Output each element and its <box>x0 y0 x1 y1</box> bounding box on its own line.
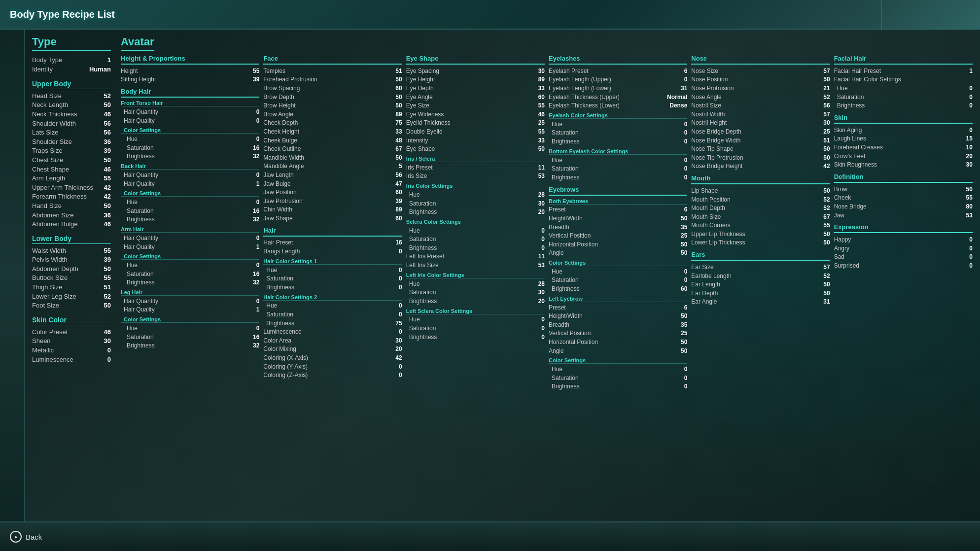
ears-header: Ears <box>691 251 830 261</box>
table-row: Mouth Position52 <box>691 195 830 204</box>
table-row: Upper Lip Thickness50 <box>691 230 830 239</box>
table-row: Forehead Protrusion50 <box>263 75 402 84</box>
page-title: Body Type Recipe List <box>10 9 115 20</box>
table-row: Jaw Shape60 <box>263 214 402 223</box>
table-row: Nose Protrusion21 <box>691 84 830 93</box>
side-panel <box>0 30 25 521</box>
lower-body-rows: Waist Width55Pelvis Width39Abdomen Depth… <box>32 246 111 310</box>
table-row: Bangs Length0 <box>263 247 402 256</box>
skin-rows: Skin Aging0Laugh Lines15Forehead Creases… <box>834 126 973 169</box>
table-row: Buttock Size55 <box>32 274 111 283</box>
table-row: Angry0 <box>834 244 973 253</box>
table-row: Ear Size57 <box>691 263 830 272</box>
eyelashes-header: Eyelashes <box>549 55 687 65</box>
table-row: Nose Bridge Depth25 <box>691 127 830 136</box>
table-row: Chest Shape46 <box>32 165 111 174</box>
front-color-sub: Color Settings <box>121 127 259 134</box>
table-row: Nose Bridge Height42 <box>691 162 830 171</box>
table-row: Nose Tip Shape50 <box>691 144 830 153</box>
table-row: Luminescence0 <box>32 355 111 364</box>
table-row: Foot Size50 <box>32 301 111 310</box>
table-row: Color Preset46 <box>32 327 111 337</box>
height-rows: Height55Sitting Height39 <box>121 67 259 84</box>
eye-shape-rows: Eye Spacing30Eye Height89Eye Depth33Eye … <box>406 67 545 153</box>
table-row: Temples51 <box>263 67 402 75</box>
table-row: Nose Position50 <box>691 75 830 84</box>
col-height-body-hair: Height & Proportions Height55Sitting Hei… <box>121 55 259 516</box>
table-row: Mouth Depth52 <box>691 204 830 212</box>
nose-header: Nose <box>691 55 830 65</box>
table-row: Nostril Height30 <box>691 119 830 128</box>
table-row: Cheek Outline67 <box>263 144 402 153</box>
table-row: Laugh Lines15 <box>834 135 973 143</box>
content-layout: Type Body Type 1 Identity Human Upper Bo… <box>0 30 980 521</box>
title-bar: Body Type Recipe List <box>0 0 980 30</box>
table-row: Nose Angle52 <box>691 93 830 102</box>
table-row: Nose Bridge80 <box>834 202 973 211</box>
body-type-label: Body Type <box>32 56 62 64</box>
table-row: Cheek Height33 <box>263 127 402 136</box>
expression-header: Expression <box>834 223 973 233</box>
expression-rows: Happy0Angry0Sad0Surprised0 <box>834 235 973 270</box>
skin-header: Skin <box>834 114 973 124</box>
table-row: Lats Size56 <box>32 128 111 137</box>
table-row: Cheek Depth75 <box>263 119 402 128</box>
front-quantity-row: Hair Quantity 0 <box>121 107 259 116</box>
hair-header: Hair <box>263 227 402 237</box>
definition-rows: Brow50Cheek55Nose Bridge80Jaw53 <box>834 185 973 219</box>
table-row: Jaw Position60 <box>263 188 402 197</box>
back-icon: ● <box>10 531 22 543</box>
table-row: Eye Wideness46 <box>406 110 545 119</box>
table-row: Eye Shape50 <box>406 144 545 153</box>
eyebrows-header: Eyebrows <box>549 186 687 196</box>
table-row: Nose Bridge Width51 <box>691 136 830 145</box>
avatar-panel: Avatar Height & Proportions Height55Sitt… <box>121 35 973 516</box>
table-row: Ear Angle31 <box>691 298 830 307</box>
top-right-decoration <box>881 0 980 30</box>
table-row: Eye Height89 <box>406 75 545 84</box>
table-row: Skin Aging0 <box>834 126 973 135</box>
eye-shape-header: Eye Shape <box>406 55 545 65</box>
table-row: Earlobe Length52 <box>691 272 830 280</box>
table-row: Ear Length50 <box>691 280 830 289</box>
table-row: Ear Depth50 <box>691 289 830 298</box>
face-header: Face <box>263 55 402 65</box>
table-row: Jaw Bulge47 <box>263 179 402 188</box>
table-row: Neck Thickness46 <box>32 109 111 119</box>
mouth-rows: Lip Shape50Mouth Position52Mouth Depth52… <box>691 186 830 247</box>
identity-label: Identity <box>32 66 53 73</box>
body-type-row: Body Type 1 <box>32 55 111 65</box>
table-row: Cheek55 <box>834 194 973 203</box>
back-hair-sub: Back Hair <box>121 163 259 170</box>
back-label: Back <box>26 533 42 541</box>
body-type-value: 1 <box>107 56 111 64</box>
table-row: Head Size52 <box>32 91 111 101</box>
skin-color-rows: Color Preset46Sheen30Metallic0Luminescen… <box>32 327 111 364</box>
col-nose-mouth-ears: Nose Nose Size57Nose Position50Nose Prot… <box>691 55 830 516</box>
col-eyelashes-eyebrows: Eyelashes Eyelash Preset6 Eyelash Length… <box>549 55 687 516</box>
table-row: Metallic0 <box>32 345 111 355</box>
table-row: Brow50 <box>834 185 973 194</box>
table-row: Lip Shape50 <box>691 186 830 195</box>
facial-hair-header: Facial Hair <box>834 55 973 65</box>
bottom-bar: ● Back <box>0 521 980 551</box>
nose-rows: Nose Size57Nose Position50Nose Protrusio… <box>691 67 830 171</box>
table-row: Brow Angle89 <box>263 110 402 119</box>
table-row: Pelvis Width39 <box>32 255 111 265</box>
skin-color-header: Skin Color <box>32 316 111 325</box>
table-row: Hand Size50 <box>32 201 111 210</box>
col-face: Face Temples51Forehead Protrusion50Brow … <box>263 55 402 516</box>
hair-rows: Hair Preset16Bangs Length0 <box>263 239 402 256</box>
table-row: Nostril Width57 <box>691 110 830 119</box>
table-row: Nose Tip Protrusion50 <box>691 153 830 162</box>
table-row: Chest Size50 <box>32 155 111 165</box>
table-row: Upper Arm Thickness42 <box>32 183 111 192</box>
table-row: Nostril Size56 <box>691 101 830 110</box>
table-row: Forearm Thickness42 <box>32 192 111 202</box>
table-row: Mandible Width50 <box>263 153 402 162</box>
table-row: Traps Size39 <box>32 146 111 156</box>
table-row: Sheen30 <box>32 337 111 346</box>
table-row: Mouth Corners55 <box>691 221 830 230</box>
back-button[interactable]: ● Back <box>10 531 42 543</box>
identity-value: Human <box>89 66 111 73</box>
